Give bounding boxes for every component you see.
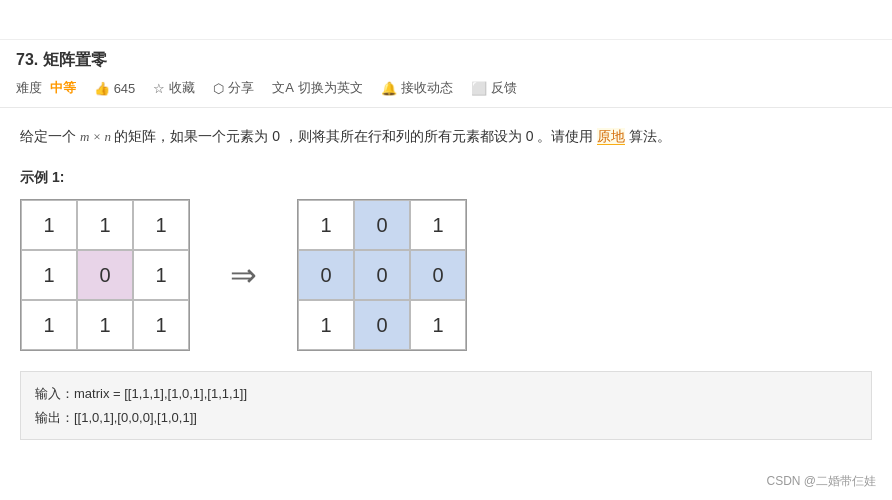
matrix-cell: 1 xyxy=(77,300,133,350)
lang-icon: 文A xyxy=(272,79,294,97)
difficulty-label: 难度 中等 xyxy=(16,79,76,97)
input-line: 输入：matrix = [[1,1,1],[1,0,1],[1,1,1]] xyxy=(35,382,857,405)
matrix-cell: 1 xyxy=(133,250,189,300)
problem-description: 给定一个 m × n 的矩阵，如果一个元素为 0 ，则将其所在行和列的所有元素都… xyxy=(20,124,872,149)
feedback-label: 反馈 xyxy=(491,79,517,97)
difficulty-value: 中等 xyxy=(50,80,76,95)
io-section: 输入：matrix = [[1,1,1],[1,0,1],[1,1,1]] 输出… xyxy=(20,371,872,440)
matrix-cell: 1 xyxy=(133,200,189,250)
matrix-cell: 0 xyxy=(410,250,466,300)
matrix-cell: 1 xyxy=(298,300,354,350)
like-button[interactable]: 👍 645 xyxy=(94,81,136,96)
desc-text2: 的矩阵，如果一个元素为 0 ，则将其所在行和列的所有元素都设为 0 。请使用 xyxy=(114,128,597,144)
output-value: [[1,0,1],[0,0,0],[1,0,1]] xyxy=(74,410,197,425)
bell-icon: 🔔 xyxy=(381,81,397,96)
problem-number: 73. xyxy=(16,51,38,68)
matrix-row: 000 xyxy=(298,250,466,300)
highlight-word[interactable]: 原地 xyxy=(597,128,625,145)
watermark-text: CSDN @二婚带仨娃 xyxy=(766,474,876,488)
matrix-before: 111101111 xyxy=(20,199,190,351)
matrix-cell: 0 xyxy=(354,200,410,250)
output-label: 输出： xyxy=(35,410,74,425)
input-value: matrix = [[1,1,1],[1,0,1],[1,1,1]] xyxy=(74,386,247,401)
problem-name: 矩阵置零 xyxy=(43,51,107,68)
matrix-cell: 0 xyxy=(77,250,133,300)
content-area: 给定一个 m × n 的矩阵，如果一个元素为 0 ，则将其所在行和列的所有元素都… xyxy=(0,108,892,456)
matrix-cell: 0 xyxy=(354,300,410,350)
subscribe-button[interactable]: 🔔 接收动态 xyxy=(381,79,453,97)
header-bar xyxy=(0,0,892,40)
toolbar: 难度 中等 👍 645 ☆ 收藏 ⬡ 分享 文A 切换为英文 🔔 接收动态 ⬜ … xyxy=(0,75,892,108)
example-label: 示例 1: xyxy=(20,169,872,187)
matrix-row: 101 xyxy=(298,200,466,250)
math-inline: m × n xyxy=(80,129,114,144)
matrix-cell: 1 xyxy=(298,200,354,250)
matrix-cell: 1 xyxy=(410,300,466,350)
page-title: 73. 矩阵置零 xyxy=(0,40,892,75)
matrix-cell: 1 xyxy=(133,300,189,350)
matrix-cell: 0 xyxy=(354,250,410,300)
matrix-cell: 1 xyxy=(21,300,77,350)
collect-button[interactable]: ☆ 收藏 xyxy=(153,79,195,97)
star-icon: ☆ xyxy=(153,81,165,96)
matrix-row: 101 xyxy=(298,300,466,350)
feedback-button[interactable]: ⬜ 反馈 xyxy=(471,79,517,97)
desc-text3: 算法。 xyxy=(629,128,671,144)
watermark: CSDN @二婚带仨娃 xyxy=(766,473,876,490)
input-label: 输入： xyxy=(35,386,74,401)
matrix-row: 101 xyxy=(21,250,189,300)
matrix-after: 101000101 xyxy=(297,199,467,351)
subscribe-label: 接收动态 xyxy=(401,79,453,97)
matrix-cell: 1 xyxy=(21,250,77,300)
feedback-icon: ⬜ xyxy=(471,81,487,96)
collect-label: 收藏 xyxy=(169,79,195,97)
arrow-icon: ⇒ xyxy=(230,256,257,294)
output-line: 输出：[[1,0,1],[0,0,0],[1,0,1]] xyxy=(35,406,857,429)
matrix-cell: 0 xyxy=(298,250,354,300)
share-button[interactable]: ⬡ 分享 xyxy=(213,79,254,97)
desc-text1: 给定一个 xyxy=(20,128,76,144)
share-icon: ⬡ xyxy=(213,81,224,96)
matrix-cell: 1 xyxy=(21,200,77,250)
like-count: 645 xyxy=(114,81,136,96)
matrix-row: 111 xyxy=(21,200,189,250)
share-label: 分享 xyxy=(228,79,254,97)
switch-lang-button[interactable]: 文A 切换为英文 xyxy=(272,79,363,97)
matrix-row: 111 xyxy=(21,300,189,350)
matrix-cell: 1 xyxy=(77,200,133,250)
thumb-up-icon: 👍 xyxy=(94,81,110,96)
switch-lang-label: 切换为英文 xyxy=(298,79,363,97)
matrix-cell: 1 xyxy=(410,200,466,250)
example-area: 111101111 ⇒ 101000101 xyxy=(20,199,872,351)
